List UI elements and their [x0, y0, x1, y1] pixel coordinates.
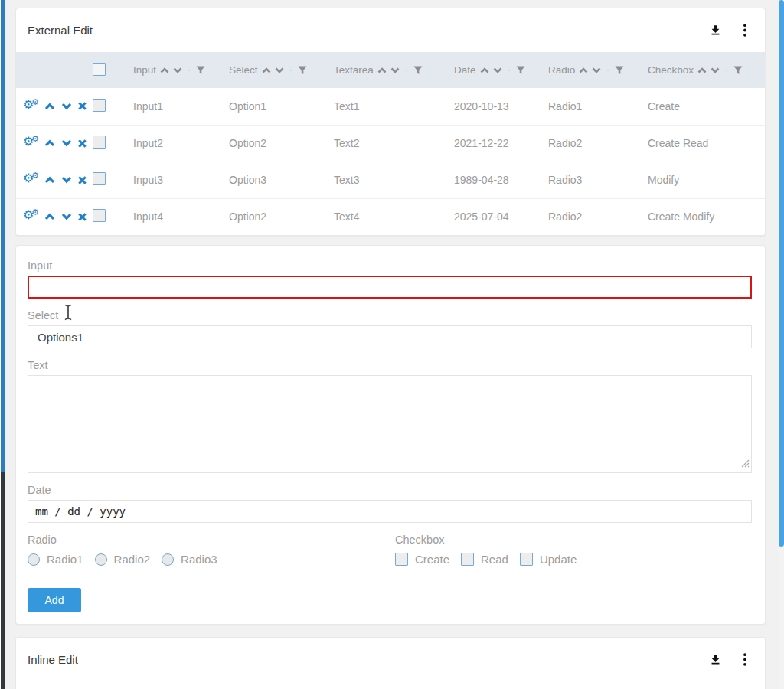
- checkbox-option[interactable]: Create: [395, 553, 449, 566]
- sort-desc-icon[interactable]: [493, 67, 502, 73]
- column-header-radio: Radio: [548, 52, 648, 88]
- sort-asc-icon[interactable]: [377, 67, 387, 73]
- move-down-icon[interactable]: [61, 176, 72, 184]
- sort-desc-icon[interactable]: [390, 67, 400, 73]
- move-up-icon[interactable]: [44, 213, 55, 220]
- move-up-icon[interactable]: [44, 103, 55, 110]
- filter-icon[interactable]: [196, 66, 205, 75]
- left-scrollbar-track[interactable]: [1, 472, 5, 689]
- table-row: ⚙⚙ Input2 Option2 Text2 2021-12-22 Radio…: [16, 125, 765, 162]
- sort-asc-icon[interactable]: [160, 67, 169, 73]
- date-input[interactable]: mm / dd / yyyy: [28, 500, 752, 523]
- kebab-menu-icon[interactable]: [743, 24, 746, 37]
- cell-checkbox: Create: [648, 88, 765, 125]
- download-icon[interactable]: [709, 24, 722, 37]
- divider-dot: [508, 70, 510, 71]
- textarea-field[interactable]: [28, 375, 752, 473]
- actions-column-header: [16, 52, 93, 88]
- input-text-field[interactable]: [28, 276, 752, 299]
- close-icon[interactable]: [78, 139, 87, 148]
- right-scrollbar-thumb[interactable]: [779, 0, 784, 547]
- resize-handle-icon[interactable]: [740, 457, 750, 471]
- column-label: Input: [133, 64, 156, 76]
- right-scrollbar-track[interactable]: [779, 0, 784, 689]
- download-icon[interactable]: [709, 653, 722, 666]
- checkbox-icon[interactable]: [395, 553, 408, 566]
- checkbox-option[interactable]: Update: [520, 553, 577, 566]
- filter-icon[interactable]: [733, 66, 743, 75]
- sort-desc-icon[interactable]: [173, 67, 182, 73]
- checkbox-option-label: Create: [415, 553, 449, 566]
- move-down-icon[interactable]: [61, 103, 72, 110]
- external-edit-table: Input Select: [16, 52, 765, 235]
- radio-option-label: Radio1: [47, 553, 83, 566]
- cell-date: 2021-12-22: [454, 125, 548, 162]
- filter-icon[interactable]: [615, 66, 624, 75]
- move-down-icon[interactable]: [61, 213, 72, 220]
- sort-asc-icon[interactable]: [697, 67, 707, 73]
- close-icon[interactable]: [78, 176, 87, 184]
- settings-cogs-icon[interactable]: ⚙⚙: [24, 210, 38, 224]
- select-field-group: Select Options1: [28, 309, 752, 348]
- cell-textarea: Text2: [334, 125, 454, 162]
- filter-icon[interactable]: [298, 66, 307, 75]
- kebab-menu-icon[interactable]: [743, 653, 746, 666]
- left-scroll-rail: [0, 0, 5, 689]
- radio-option-label: Radio2: [114, 553, 151, 566]
- cell-radio: Radio2: [548, 198, 648, 235]
- filter-icon[interactable]: [413, 66, 423, 75]
- sort-asc-icon[interactable]: [579, 67, 588, 73]
- divider-dot: [406, 70, 407, 71]
- cell-textarea: Text3: [334, 162, 454, 198]
- close-icon[interactable]: [78, 213, 87, 221]
- date-field-group: Date mm / dd / yyyy: [28, 484, 752, 523]
- checkbox-icon[interactable]: [461, 553, 474, 566]
- input-label: Input: [28, 260, 752, 272]
- divider-dot: [726, 70, 727, 71]
- divider-dot: [290, 70, 292, 71]
- column-label: Radio: [548, 64, 575, 76]
- input-field-group: Input: [28, 260, 752, 299]
- card-title: Inline Edit: [28, 653, 78, 666]
- checkbox-icon[interactable]: [520, 553, 533, 566]
- move-up-icon[interactable]: [44, 139, 55, 147]
- divider-dot: [188, 70, 190, 71]
- cell-select: Option2: [229, 125, 334, 162]
- move-up-icon[interactable]: [44, 176, 55, 184]
- settings-cogs-icon[interactable]: ⚙⚙: [24, 173, 38, 187]
- radio-button-icon[interactable]: [162, 553, 174, 566]
- row-checkbox[interactable]: [93, 136, 106, 149]
- add-form-card: Input Select Options1 Text: [15, 245, 766, 625]
- table-row: ⚙⚙ Input1 Option1 Text1 2020-10-13 Radio…: [16, 88, 765, 125]
- settings-cogs-icon[interactable]: ⚙⚙: [24, 100, 38, 113]
- checkbox-option[interactable]: Read: [461, 553, 508, 566]
- radio-button-icon[interactable]: [95, 553, 107, 566]
- row-checkbox[interactable]: [93, 99, 106, 112]
- radio-button-icon[interactable]: [28, 553, 40, 566]
- move-down-icon[interactable]: [61, 139, 72, 147]
- radio-option[interactable]: Radio1: [28, 553, 83, 566]
- left-scrollbar-thumb[interactable]: [1, 0, 5, 472]
- radio-option[interactable]: Radio3: [162, 553, 217, 566]
- column-header-input: Input: [133, 52, 229, 88]
- date-placeholder: mm / dd / yyyy: [35, 505, 126, 518]
- sort-desc-icon[interactable]: [592, 67, 601, 73]
- select-dropdown[interactable]: Options1: [28, 325, 752, 348]
- settings-cogs-icon[interactable]: ⚙⚙: [24, 136, 38, 150]
- row-checkbox[interactable]: [93, 172, 106, 185]
- cell-checkbox: Modify: [648, 162, 765, 198]
- table-row: ⚙⚙ Input4 Option2 Text4 2025-07-04 Radio…: [16, 198, 765, 235]
- row-checkbox[interactable]: [93, 209, 106, 222]
- filter-icon[interactable]: [516, 66, 525, 75]
- cell-radio: Radio1: [548, 88, 648, 125]
- radio-option[interactable]: Radio2: [95, 553, 151, 566]
- sort-desc-icon[interactable]: [275, 67, 284, 73]
- sort-asc-icon[interactable]: [480, 67, 489, 73]
- sort-desc-icon[interactable]: [710, 67, 720, 73]
- sort-asc-icon[interactable]: [262, 67, 271, 73]
- page-content: External Edit: [15, 8, 766, 689]
- radio-option-label: Radio3: [181, 553, 217, 566]
- select-all-checkbox[interactable]: [93, 63, 106, 76]
- close-icon[interactable]: [78, 102, 87, 110]
- add-button[interactable]: Add: [28, 588, 81, 612]
